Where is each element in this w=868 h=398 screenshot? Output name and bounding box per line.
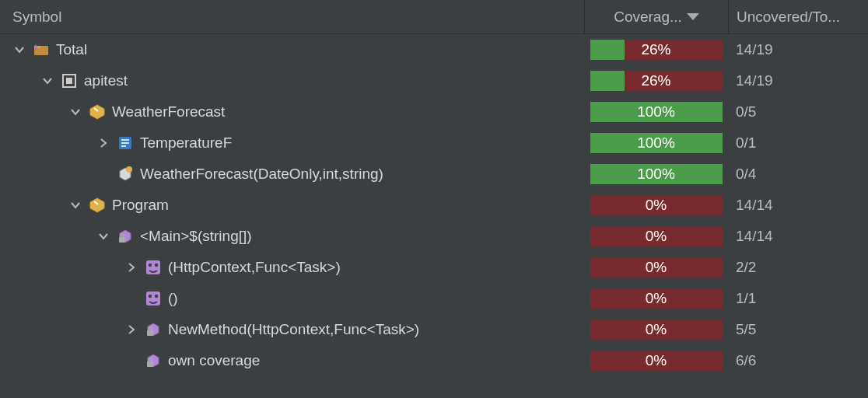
module-icon — [61, 72, 78, 89]
uncovered-value: 0/4 — [736, 166, 756, 183]
coverage-cell: 0% — [584, 226, 728, 246]
symbol-cell: () — [0, 290, 584, 307]
lockpkg-icon — [145, 321, 162, 338]
symbol-label: NewMethod(HttpContext,Func<Task>) — [168, 321, 419, 338]
coverage-panel: Symbol Coverag... Uncovered/To... Total2… — [0, 0, 868, 398]
uncovered-value: 0/5 — [736, 103, 756, 120]
coverage-cell: 0% — [584, 319, 728, 340]
class-icon — [89, 197, 106, 214]
uncovered-value: 2/2 — [736, 259, 756, 276]
symbol-label: own coverage — [168, 352, 260, 369]
svg-rect-16 — [147, 361, 153, 367]
tree-row[interactable]: own coverage0%6/6 — [0, 345, 868, 376]
coverage-bar: 0% — [590, 351, 723, 371]
coverage-percent: 0% — [646, 352, 667, 369]
coverage-cell: 0% — [584, 351, 728, 371]
symbol-label: () — [168, 290, 178, 307]
coverage-bar: 0% — [590, 195, 723, 215]
column-coverage[interactable]: Coverag... — [584, 0, 728, 33]
uncovered-value: 14/19 — [736, 41, 773, 58]
uncovered-cell: 0/4 — [728, 166, 868, 183]
coverage-bar: 0% — [590, 319, 723, 340]
tree-row[interactable]: WeatherForecast(DateOnly,int,string)100%… — [0, 159, 868, 190]
chevron-down-icon[interactable] — [40, 74, 54, 88]
symbol-label: WeatherForecast — [112, 103, 225, 120]
uncovered-cell: 0/1 — [728, 134, 868, 152]
uncovered-value: 14/19 — [736, 72, 773, 89]
chevron-down-icon[interactable] — [68, 198, 82, 212]
tree-row[interactable]: Program0%14/14 — [0, 190, 868, 221]
symbol-cell: (HttpContext,Func<Task>) — [0, 259, 584, 276]
uncovered-value: 1/1 — [736, 290, 756, 307]
tree-row[interactable]: <Main>$(string[])0%14/14 — [0, 221, 868, 252]
tree-row[interactable]: Total26%14/19 — [0, 34, 868, 65]
sort-desc-icon — [687, 13, 699, 20]
coverage-fill — [590, 40, 625, 60]
symbol-cell: apitest — [0, 72, 584, 89]
uncovered-value: 6/6 — [736, 352, 756, 369]
coverage-percent: 0% — [646, 197, 667, 214]
coverage-bar: 100% — [590, 133, 723, 153]
coverage-percent: 100% — [637, 166, 675, 183]
chevron-right-icon[interactable] — [96, 136, 110, 150]
prop-icon — [117, 134, 134, 152]
uncovered-cell: 1/1 — [728, 290, 868, 307]
coverage-percent: 0% — [646, 290, 667, 307]
svg-rect-15 — [147, 330, 153, 336]
tree-rows: Total26%14/19apitest26%14/19WeatherForec… — [0, 34, 868, 376]
chevron-down-icon[interactable] — [96, 229, 110, 243]
coverage-cell: 100% — [584, 164, 728, 184]
tree-row[interactable]: (HttpContext,Func<Task>)0%2/2 — [0, 252, 868, 283]
uncovered-cell: 5/5 — [728, 321, 868, 338]
symbol-cell: Program — [0, 197, 584, 214]
symbol-cell: WeatherForecast — [0, 103, 584, 120]
tree-row[interactable]: WeatherForecast100%0/5 — [0, 96, 868, 127]
coverage-percent: 0% — [646, 321, 667, 338]
column-uncovered[interactable]: Uncovered/To... — [728, 0, 868, 33]
coverage-cell: 100% — [584, 102, 728, 122]
coverage-bar: 100% — [590, 164, 723, 184]
symbol-label: WeatherForecast(DateOnly,int,string) — [140, 166, 383, 183]
coverage-cell: 26% — [584, 71, 728, 91]
uncovered-cell: 14/19 — [728, 41, 868, 58]
header-row: Symbol Coverag... Uncovered/To... — [0, 0, 868, 34]
column-symbol[interactable]: Symbol — [12, 9, 584, 26]
coverage-bar: 26% — [590, 40, 723, 60]
tree-row[interactable]: apitest26%14/19 — [0, 65, 868, 96]
chevron-down-icon[interactable] — [68, 105, 82, 119]
symbol-cell: NewMethod(HttpContext,Func<Task>) — [0, 321, 584, 338]
chevron-right-icon[interactable] — [124, 260, 138, 274]
lockpkg-icon — [117, 228, 134, 245]
folder-icon — [33, 41, 50, 58]
coverage-percent: 100% — [637, 103, 675, 120]
symbol-label: (HttpContext,Func<Task>) — [168, 259, 341, 276]
coverage-percent: 0% — [646, 228, 667, 245]
column-uncovered-label: Uncovered/To... — [737, 9, 840, 26]
coverage-bar: 0% — [590, 288, 723, 309]
symbol-cell: <Main>$(string[]) — [0, 228, 584, 245]
coverage-bar: 0% — [590, 226, 723, 246]
coverage-cell: 26% — [584, 40, 728, 60]
coverage-cell: 0% — [584, 195, 728, 215]
symbol-cell: TemperatureF — [0, 134, 584, 152]
svg-rect-8 — [119, 237, 125, 243]
symbol-cell: WeatherForecast(DateOnly,int,string) — [0, 166, 584, 183]
symbol-label: TemperatureF — [140, 134, 232, 152]
uncovered-value: 14/14 — [736, 197, 773, 214]
symbol-cell: Total — [0, 41, 584, 58]
symbol-label: Program — [112, 197, 169, 214]
chevron-down-icon[interactable] — [12, 43, 26, 57]
tree-row[interactable]: NewMethod(HttpContext,Func<Task>)0%5/5 — [0, 314, 868, 345]
method-icon — [117, 166, 134, 183]
tree-row[interactable]: ()0%1/1 — [0, 283, 868, 314]
coverage-bar: 0% — [590, 257, 723, 278]
svg-rect-2 — [66, 78, 72, 84]
symbol-label: apitest — [84, 72, 128, 89]
chevron-right-icon[interactable] — [124, 323, 138, 337]
uncovered-value: 0/1 — [736, 134, 756, 152]
tree-row[interactable]: TemperatureF100%0/1 — [0, 127, 868, 159]
svg-rect-5 — [121, 142, 129, 144]
uncovered-cell: 14/14 — [728, 197, 868, 214]
svg-point-11 — [155, 264, 158, 267]
lambda-icon — [145, 290, 162, 307]
